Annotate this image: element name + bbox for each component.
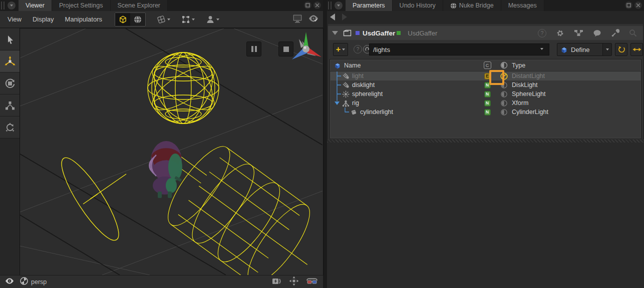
menu-view[interactable]: View (2, 16, 27, 23)
back-arrow-icon[interactable] (330, 14, 335, 20)
path-help-icon[interactable]: ? (354, 45, 362, 54)
globe-icon (450, 2, 457, 9)
float-panel-icon[interactable] (304, 2, 311, 9)
new-badge[interactable]: N (484, 109, 491, 116)
expand-width-button[interactable] (630, 43, 643, 56)
name-column-header[interactable]: Name (330, 60, 479, 71)
add-location-button[interactable]: + (333, 43, 348, 56)
stop-button[interactable] (278, 42, 293, 56)
shading-cube-button[interactable] (115, 13, 130, 26)
panel-splitter[interactable] (323, 0, 327, 288)
wrench-icon[interactable] (611, 29, 619, 38)
table-row-spherelight[interactable]: spherelight N SphereLight (330, 90, 641, 98)
mode-dropdown[interactable]: Define (557, 43, 612, 56)
transform-pivot-tool-button[interactable] (0, 116, 20, 138)
row-name: cylinderlight (360, 108, 393, 116)
selection-mode-dropdown[interactable] (181, 15, 195, 24)
help-icon[interactable]: ? (538, 29, 546, 38)
stereo-glasses-button[interactable] (306, 278, 318, 286)
camera-user-dropdown[interactable] (206, 15, 219, 24)
camera-name-label[interactable]: persp (31, 278, 47, 286)
new-badge[interactable]: N (484, 82, 491, 88)
panel-grip[interactable] (328, 2, 332, 10)
close-panel-icon[interactable] (313, 2, 321, 9)
tab-label: Messages (508, 2, 537, 9)
translate-icon (4, 56, 16, 68)
layout-grid-dropdown[interactable] (157, 15, 170, 24)
visibility-toggle-button[interactable] (308, 14, 319, 25)
3d-viewport[interactable] (20, 28, 323, 275)
tab-label: Project Settings (59, 2, 103, 9)
gear-icon[interactable] (556, 29, 564, 38)
float-panel-icon[interactable] (625, 2, 632, 9)
usd-cube-icon (333, 62, 342, 69)
visibility-column-header[interactable] (496, 62, 512, 69)
eye-icon (5, 278, 14, 284)
globe-shading-button[interactable] (130, 13, 145, 26)
select-tool-button[interactable] (0, 28, 20, 50)
rotate-icon (5, 78, 16, 89)
table-row-light[interactable]: light E DistantLight (330, 72, 641, 80)
display-monitor-button[interactable] (292, 14, 303, 26)
close-panel-icon[interactable] (634, 2, 642, 9)
tab-undo-history[interactable]: Undo History (393, 0, 443, 11)
translate-tool-button[interactable] (0, 50, 20, 72)
panel-menu-button[interactable] (8, 2, 16, 10)
panel-menu-button[interactable] (335, 2, 343, 10)
menu-display[interactable]: Display (27, 16, 60, 23)
search-icon[interactable] (629, 29, 637, 37)
collapse-triangle-icon[interactable] (332, 31, 338, 35)
half-circle-icon (500, 90, 508, 98)
deactivate-toggle[interactable] (496, 82, 512, 89)
layout-grid-icon (157, 15, 166, 24)
panel-grip[interactable] (1, 2, 5, 10)
edit-badge[interactable]: E (484, 73, 491, 80)
node-graph-icon[interactable] (574, 30, 583, 36)
chevron-down-icon (192, 18, 195, 20)
render-flash-button[interactable] (272, 278, 282, 286)
camera-select-button[interactable] (20, 277, 28, 286)
user-icon (206, 15, 215, 24)
tab-viewer[interactable]: Viewer (19, 0, 52, 11)
toolbar-right-icons (292, 14, 319, 26)
new-badge[interactable]: N (484, 100, 491, 106)
tab-parameters[interactable]: Parameters (346, 0, 393, 11)
forward-arrow-icon[interactable] (342, 14, 347, 20)
new-badge[interactable]: N (484, 91, 491, 98)
tab-scene-explorer[interactable]: Scene Explorer (111, 0, 168, 11)
viewer-panel: Viewer Project Settings Scene Explorer V… (0, 0, 323, 288)
mode-dropdown-arrow[interactable] (602, 44, 611, 56)
deactivate-toggle[interactable] (496, 108, 512, 116)
pan-tool-button[interactable] (289, 276, 299, 288)
tree-expander-icon[interactable] (333, 98, 341, 108)
menu-manipulators[interactable]: Manipulators (60, 16, 108, 23)
tab-nuke-bridge[interactable]: Nuke Bridge (443, 0, 501, 11)
tab-project-settings[interactable]: Project Settings (52, 0, 111, 11)
scale-tool-button[interactable] (0, 94, 20, 116)
scene-visibility-button[interactable] (5, 278, 14, 286)
tree-branch-icon (333, 80, 341, 90)
path-dropdown-icon[interactable] (540, 48, 543, 50)
revert-button[interactable] (615, 43, 627, 56)
deactivate-toggle[interactable] (496, 72, 512, 80)
xform-icon (341, 100, 350, 107)
chevron-down-icon (337, 4, 340, 6)
viewer-toolbar: View Display Manipulators (0, 11, 323, 28)
annotation-bubble-icon[interactable] (593, 30, 601, 37)
node-title: UsdGaffer (363, 30, 395, 37)
node-subtitle: UsdGaffer (408, 30, 437, 37)
type-column-header[interactable]: Type (512, 62, 641, 69)
composition-column-header[interactable]: C (479, 62, 496, 69)
location-path-input[interactable] (369, 44, 549, 56)
pause-button[interactable] (246, 42, 261, 56)
tree-branch-icon (333, 90, 341, 98)
rotate-tool-button[interactable] (0, 72, 20, 94)
table-row-cylinderlight[interactable]: cylinderlight N CylinderLight (330, 108, 641, 116)
tabbar-spacer (544, 0, 625, 11)
viewer-tool-column (0, 28, 20, 275)
table-row-disklight[interactable]: disklight N DiskLight (330, 80, 641, 90)
deactivate-toggle[interactable] (496, 100, 512, 107)
table-row-rig[interactable]: rig N Xform (330, 98, 641, 108)
deactivate-toggle[interactable] (496, 90, 512, 98)
tab-messages[interactable]: Messages (501, 0, 544, 11)
